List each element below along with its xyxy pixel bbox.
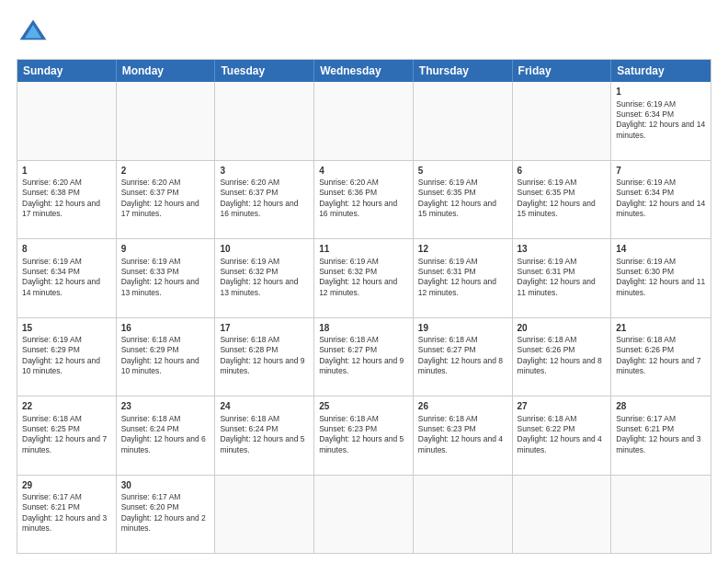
day-number: 1 <box>616 86 706 98</box>
calendar-cell: 30Sunrise: 6:17 AMSunset: 6:20 PMDayligh… <box>117 476 216 554</box>
calendar-cell: 5Sunrise: 6:19 AMSunset: 6:35 PMDaylight… <box>414 161 513 239</box>
day-number: 3 <box>220 165 309 178</box>
day-number: 9 <box>121 243 210 256</box>
sunset: Sunset: 6:34 PM <box>616 188 674 197</box>
sunset: Sunset: 6:31 PM <box>518 267 575 276</box>
sunset: Sunset: 6:35 PM <box>418 188 476 197</box>
daylight: Daylight: 12 hours and 11 minutes. <box>616 277 705 296</box>
sunrise: Sunrise: 6:18 AM <box>121 335 181 344</box>
calendar-cell: 28Sunrise: 6:17 AMSunset: 6:21 PMDayligh… <box>611 396 711 475</box>
daylight: Daylight: 12 hours and 3 minutes. <box>22 513 107 533</box>
day-number: 15 <box>22 322 111 335</box>
sunrise: Sunrise: 6:18 AM <box>418 414 478 423</box>
sunrise: Sunrise: 6:18 AM <box>518 335 577 344</box>
daylight: Daylight: 12 hours and 12 minutes. <box>418 277 496 296</box>
day-number: 27 <box>518 400 607 413</box>
calendar-row-2: 8Sunrise: 6:19 AMSunset: 6:34 PMDaylight… <box>17 238 711 317</box>
daylight: Daylight: 12 hours and 4 minutes. <box>518 434 602 454</box>
calendar-cell: 11Sunrise: 6:19 AMSunset: 6:32 PMDayligh… <box>314 239 414 317</box>
sunrise: Sunrise: 6:19 AM <box>319 257 379 266</box>
calendar-row-1: 1Sunrise: 6:20 AMSunset: 6:38 PMDaylight… <box>17 160 711 239</box>
calendar-row-0: 1Sunrise: 6:19 AMSunset: 6:34 PMDaylight… <box>17 82 711 160</box>
day-number: 5 <box>418 165 507 178</box>
sunset: Sunset: 6:29 PM <box>121 345 179 354</box>
day-number: 14 <box>616 243 706 256</box>
sunrise: Sunrise: 6:19 AM <box>22 335 82 344</box>
day-number: 20 <box>518 322 607 335</box>
day-number: 25 <box>319 400 408 413</box>
day-number: 21 <box>616 322 706 335</box>
calendar-cell: 1Sunrise: 6:20 AMSunset: 6:38 PMDaylight… <box>17 161 117 239</box>
calendar-cell: 12Sunrise: 6:19 AMSunset: 6:31 PMDayligh… <box>414 239 513 317</box>
calendar-cell: 18Sunrise: 6:18 AMSunset: 6:27 PMDayligh… <box>314 318 414 396</box>
day-header-friday: Friday <box>513 60 612 82</box>
daylight: Daylight: 12 hours and 9 minutes. <box>220 356 304 375</box>
day-number: 23 <box>121 400 210 413</box>
calendar-cell: 23Sunrise: 6:18 AMSunset: 6:24 PMDayligh… <box>117 396 216 475</box>
sunrise: Sunrise: 6:17 AM <box>121 492 181 501</box>
daylight: Daylight: 12 hours and 2 minutes. <box>121 513 206 533</box>
sunset: Sunset: 6:32 PM <box>319 267 377 276</box>
sunrise: Sunrise: 6:19 AM <box>22 257 82 266</box>
sunset: Sunset: 6:34 PM <box>22 267 80 276</box>
sunrise: Sunrise: 6:20 AM <box>121 178 181 187</box>
sunset: Sunset: 6:26 PM <box>616 345 674 354</box>
sunset: Sunset: 6:35 PM <box>518 188 575 197</box>
sunset: Sunset: 6:31 PM <box>418 267 476 276</box>
day-number: 2 <box>121 165 210 178</box>
day-header-thursday: Thursday <box>414 60 513 82</box>
sunset: Sunset: 6:38 PM <box>22 188 80 197</box>
day-number: 17 <box>220 322 309 335</box>
daylight: Daylight: 12 hours and 8 minutes. <box>418 356 503 375</box>
sunrise: Sunrise: 6:19 AM <box>220 257 279 266</box>
calendar-cell: 24Sunrise: 6:18 AMSunset: 6:24 PMDayligh… <box>215 396 314 475</box>
daylight: Daylight: 12 hours and 16 minutes. <box>220 199 298 218</box>
daylight: Daylight: 12 hours and 14 minutes. <box>616 199 705 218</box>
sunset: Sunset: 6:32 PM <box>220 267 278 276</box>
daylight: Daylight: 12 hours and 15 minutes. <box>418 199 496 218</box>
day-number: 13 <box>518 243 607 256</box>
sunset: Sunset: 6:25 PM <box>22 424 80 433</box>
daylight: Daylight: 12 hours and 5 minutes. <box>220 434 304 454</box>
logo-icon <box>17 17 50 50</box>
day-number: 11 <box>319 243 408 256</box>
calendar-cell: 1Sunrise: 6:19 AMSunset: 6:34 PMDaylight… <box>611 82 711 160</box>
sunrise: Sunrise: 6:18 AM <box>22 414 82 423</box>
day-number: 1 <box>22 165 111 178</box>
calendar-cell <box>513 82 612 160</box>
sunrise: Sunrise: 6:18 AM <box>319 414 379 423</box>
sunrise: Sunrise: 6:19 AM <box>616 178 676 187</box>
daylight: Daylight: 12 hours and 14 minutes. <box>22 277 100 296</box>
sunset: Sunset: 6:26 PM <box>518 345 575 354</box>
day-number: 4 <box>319 165 408 178</box>
sunrise: Sunrise: 6:17 AM <box>616 414 676 423</box>
day-header-wednesday: Wednesday <box>314 60 414 82</box>
sunset: Sunset: 6:24 PM <box>121 424 179 433</box>
sunset: Sunset: 6:21 PM <box>22 502 80 511</box>
daylight: Daylight: 12 hours and 9 minutes. <box>319 356 404 375</box>
calendar-cell: 9Sunrise: 6:19 AMSunset: 6:33 PMDaylight… <box>117 239 216 317</box>
day-number: 26 <box>418 400 507 413</box>
calendar-cell: 7Sunrise: 6:19 AMSunset: 6:34 PMDaylight… <box>611 161 711 239</box>
page: SundayMondayTuesdayWednesdayThursdayFrid… <box>0 0 728 563</box>
sunset: Sunset: 6:30 PM <box>616 267 674 276</box>
day-number: 12 <box>418 243 507 256</box>
calendar-cell: 17Sunrise: 6:18 AMSunset: 6:28 PMDayligh… <box>215 318 314 396</box>
calendar-cell <box>215 476 314 554</box>
calendar-header: SundayMondayTuesdayWednesdayThursdayFrid… <box>17 60 711 82</box>
calendar-cell: 21Sunrise: 6:18 AMSunset: 6:26 PMDayligh… <box>611 318 711 396</box>
daylight: Daylight: 12 hours and 10 minutes. <box>121 356 199 375</box>
day-number: 22 <box>22 400 111 413</box>
sunrise: Sunrise: 6:19 AM <box>121 257 181 266</box>
daylight: Daylight: 12 hours and 16 minutes. <box>319 199 397 218</box>
daylight: Daylight: 12 hours and 15 minutes. <box>518 199 596 218</box>
day-number: 24 <box>220 400 309 413</box>
calendar-cell <box>17 82 117 160</box>
calendar-cell: 19Sunrise: 6:18 AMSunset: 6:27 PMDayligh… <box>414 318 513 396</box>
calendar-cell: 10Sunrise: 6:19 AMSunset: 6:32 PMDayligh… <box>215 239 314 317</box>
sunrise: Sunrise: 6:19 AM <box>616 257 676 266</box>
sunrise: Sunrise: 6:18 AM <box>319 335 379 344</box>
daylight: Daylight: 12 hours and 13 minutes. <box>121 277 199 296</box>
calendar-cell: 22Sunrise: 6:18 AMSunset: 6:25 PMDayligh… <box>17 396 117 475</box>
calendar-cell: 25Sunrise: 6:18 AMSunset: 6:23 PMDayligh… <box>314 396 414 475</box>
